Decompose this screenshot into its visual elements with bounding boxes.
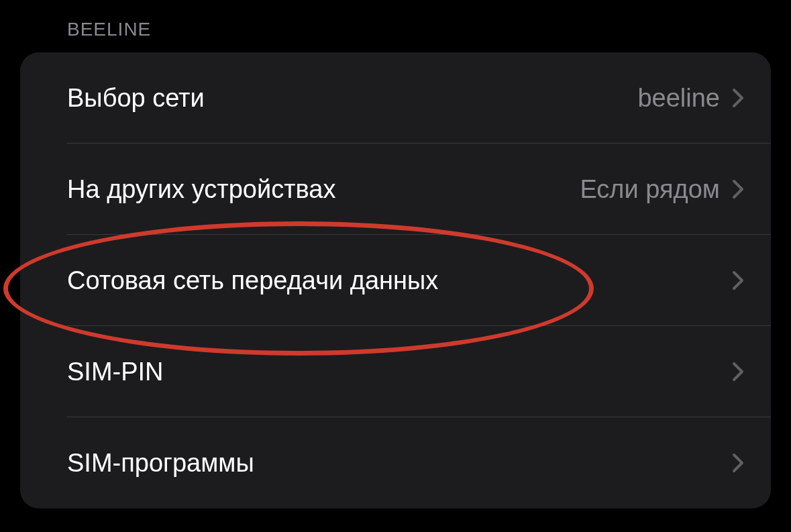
settings-row-other-devices[interactable]: На других устройствах Если рядом [20, 144, 771, 235]
settings-list: Выбор сети beeline На других устройствах… [20, 52, 771, 509]
row-label: SIM-PIN [67, 358, 164, 386]
chevron-right-icon [732, 453, 744, 473]
settings-row-network-selection[interactable]: Выбор сети beeline [20, 52, 771, 144]
row-right: beeline [637, 84, 744, 113]
section-header: BEELINE [0, 0, 791, 52]
chevron-right-icon [732, 88, 744, 108]
settings-row-sim-applications[interactable]: SIM-программы [20, 417, 771, 509]
row-right [720, 270, 744, 290]
settings-row-cellular-data-network[interactable]: Сотовая сеть передачи данных [20, 235, 771, 326]
row-right [720, 362, 744, 382]
row-value: Если рядом [580, 175, 720, 204]
row-right [720, 453, 744, 473]
chevron-right-icon [732, 270, 744, 290]
chevron-right-icon [732, 362, 744, 382]
row-label: На других устройствах [67, 175, 335, 204]
row-value: beeline [637, 84, 720, 113]
chevron-right-icon [732, 179, 744, 199]
row-label: Выбор сети [67, 84, 205, 113]
row-label: SIM-программы [67, 449, 254, 478]
settings-row-sim-pin[interactable]: SIM-PIN [20, 326, 771, 417]
row-right: Если рядом [580, 175, 744, 204]
row-label: Сотовая сеть передачи данных [67, 266, 438, 295]
